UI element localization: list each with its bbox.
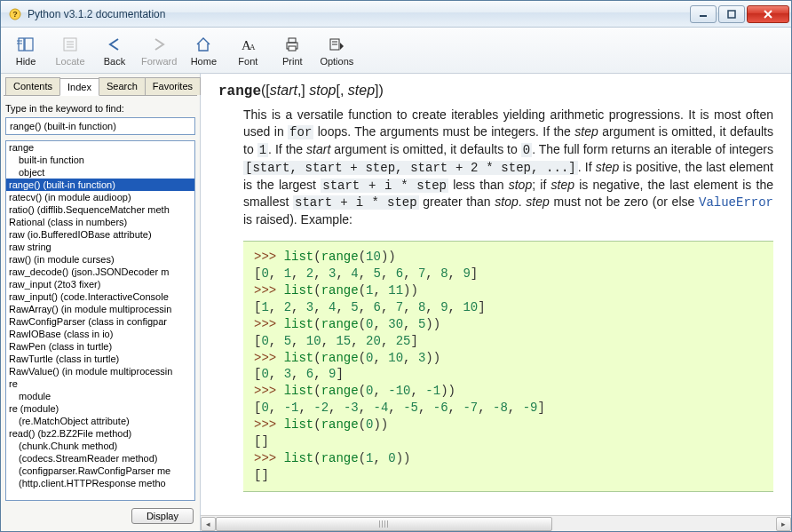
description: This is a versatile function to create i… <box>243 107 773 228</box>
index-item[interactable]: (chunk.Chunk method) <box>6 440 194 452</box>
index-item[interactable]: raw (io.BufferedIOBase attribute) <box>6 228 194 241</box>
toolbar: Hide Locate Back Forward Home AA Font Pr… <box>1 28 791 74</box>
titlebar[interactable]: ? Python v3.1.2 documentation <box>1 1 791 28</box>
maximize-button[interactable] <box>718 5 745 23</box>
print-label: Print <box>282 56 303 67</box>
hide-button[interactable]: Hide <box>8 31 44 69</box>
window-buttons <box>688 5 789 23</box>
scroll-left-arrow[interactable]: ◂ <box>201 517 216 531</box>
forward-button[interactable]: Forward <box>141 31 177 69</box>
index-item[interactable]: (codecs.StreamReader method) <box>6 452 194 465</box>
scroll-thumb[interactable] <box>216 517 552 531</box>
tab-contents[interactable]: Contents <box>5 77 60 95</box>
index-item[interactable]: (re.MatchObject attribute) <box>6 415 194 427</box>
locate-label: Locate <box>55 56 84 67</box>
index-item[interactable]: raw_decode() (json.JSONDecoder m <box>6 266 194 278</box>
content-pane: range([start,] stop[, step]) This is a v… <box>201 74 791 531</box>
sidebar: Contents Index Search Favorites Type in … <box>1 74 201 531</box>
index-item[interactable]: RawPen (class in turtle) <box>6 340 194 353</box>
function-signature: range([start,] stop[, step]) <box>218 83 773 99</box>
locate-icon <box>60 35 80 54</box>
valueerror-link[interactable]: ValueError <box>699 195 773 210</box>
index-item[interactable]: ratio() (difflib.SequenceMatcher meth <box>6 203 194 216</box>
options-icon <box>327 35 346 54</box>
index-item[interactable]: RawArray() (in module multiprocessin <box>6 303 194 315</box>
horizontal-scrollbar[interactable]: ◂ ▸ <box>201 515 791 531</box>
index-item[interactable]: RawIOBase (class in io) <box>6 328 194 340</box>
index-item[interactable]: (http.client.HTTPResponse metho <box>6 477 194 489</box>
find-label: Type in the keyword to find: <box>5 103 195 114</box>
svg-rect-18 <box>289 46 296 51</box>
font-icon: AA <box>238 35 257 54</box>
find-input[interactable] <box>5 117 195 135</box>
index-item[interactable]: RawTurtle (class in turtle) <box>6 353 194 365</box>
index-item[interactable]: raw string <box>6 241 194 253</box>
svg-rect-6 <box>19 38 24 51</box>
fn-name: range <box>218 83 261 99</box>
svg-rect-17 <box>289 38 296 43</box>
back-button[interactable]: Back <box>97 31 132 69</box>
svg-text:?: ? <box>12 10 18 19</box>
tab-favorites[interactable]: Favorites <box>145 77 201 95</box>
print-button[interactable]: Print <box>274 31 310 69</box>
index-item[interactable]: (configparser.RawConfigParser me <box>6 465 194 477</box>
svg-rect-7 <box>25 38 33 51</box>
scroll-track[interactable] <box>216 517 776 531</box>
index-item[interactable]: raw_input (2to3 fixer) <box>6 278 194 290</box>
index-item[interactable]: re <box>6 377 194 390</box>
svg-text:A: A <box>249 43 256 52</box>
index-item[interactable]: read() (bz2.BZ2File method) <box>6 427 194 440</box>
index-item[interactable]: ratecv() (in module audioop) <box>6 191 194 203</box>
index-item[interactable]: module <box>6 390 194 402</box>
index-item[interactable]: raw_input() (code.InteractiveConsole <box>6 290 194 303</box>
index-item[interactable]: RawConfigParser (class in configpar <box>6 315 194 328</box>
locate-button[interactable]: Locate <box>52 31 88 69</box>
close-button[interactable] <box>747 5 789 23</box>
index-item[interactable]: range <box>6 141 194 154</box>
options-label: Options <box>320 56 353 67</box>
hide-icon <box>16 35 36 54</box>
index-item[interactable]: Rational (class in numbers) <box>6 216 194 228</box>
index-item[interactable]: object <box>6 166 194 179</box>
back-icon <box>105 35 124 54</box>
index-item[interactable]: built-in function <box>6 154 194 166</box>
options-button[interactable]: Options <box>319 31 354 69</box>
sidebar-tabs: Contents Index Search Favorites <box>4 77 197 96</box>
display-button[interactable]: Display <box>131 508 194 524</box>
print-icon <box>282 35 302 54</box>
scroll-right-arrow[interactable]: ▸ <box>776 517 791 531</box>
index-item[interactable]: re (module) <box>6 402 194 415</box>
font-button[interactable]: AA Font <box>230 31 265 69</box>
window-title: Python v3.1.2 documentation <box>28 8 688 20</box>
hide-label: Hide <box>16 56 36 67</box>
home-button[interactable]: Home <box>186 31 221 69</box>
forward-label: Forward <box>141 56 177 67</box>
back-label: Back <box>104 56 125 67</box>
app-window: ? Python v3.1.2 documentation Hide Locat… <box>0 0 792 532</box>
index-item[interactable]: raw() (in module curses) <box>6 253 194 266</box>
index-item[interactable]: range() (built-in function) <box>6 179 194 191</box>
content-scroll[interactable]: range([start,] stop[, step]) This is a v… <box>201 74 791 515</box>
index-item[interactable]: RawValue() (in module multiprocessin <box>6 365 194 377</box>
home-label: Home <box>191 56 217 67</box>
index-list[interactable]: rangebuilt-in functionobjectrange() (bui… <box>5 140 195 501</box>
app-icon: ? <box>8 7 22 21</box>
home-icon <box>194 35 213 54</box>
tab-index[interactable]: Index <box>59 78 99 96</box>
main-area: Contents Index Search Favorites Type in … <box>1 74 791 531</box>
forward-icon <box>149 35 169 54</box>
tab-search[interactable]: Search <box>99 77 146 95</box>
svg-rect-3 <box>728 11 735 18</box>
minimize-button[interactable] <box>690 5 717 23</box>
code-example: >>> list(range(10)) [0, 1, 2, 3, 4, 5, 6… <box>243 241 773 491</box>
font-label: Font <box>238 56 257 67</box>
